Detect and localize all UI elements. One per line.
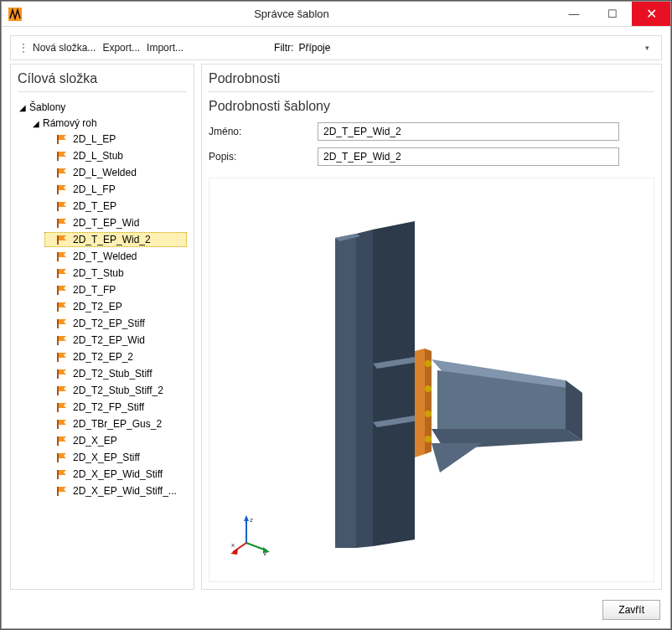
connection-illustration (264, 213, 599, 548)
svg-point-31 (425, 360, 432, 367)
svg-rect-12 (57, 319, 59, 328)
svg-rect-7 (57, 235, 59, 245)
template-tree[interactable]: ◢ Šablony ◢ Rámový roh 2D_L_EP2D_L_Stub2… (18, 99, 187, 582)
flag-icon (56, 134, 68, 144)
tree-item-label: 2D_T_Stub (73, 267, 124, 279)
svg-rect-19 (57, 436, 59, 446)
tree-item-label: 2D_X_EP (73, 435, 117, 447)
tree-item[interactable]: 2D_L_EP (44, 132, 187, 147)
tree-item[interactable]: 2D_T_EP_Wid (44, 215, 187, 230)
name-input[interactable] (318, 122, 619, 141)
tree-item[interactable]: 2D_T_EP (44, 199, 187, 214)
tree-item[interactable]: 2D_T2_EP_Stiff (44, 316, 187, 331)
tree-item[interactable]: 2D_T2_Stub_Stiff_2 (44, 383, 187, 398)
svg-rect-3 (57, 168, 59, 178)
expander-icon[interactable]: ◢ (33, 119, 43, 128)
tree-item[interactable]: 2D_T2_EP (44, 299, 187, 314)
svg-marker-39 (432, 443, 482, 472)
tree-root-label: Šablony (29, 101, 65, 113)
svg-rect-2 (57, 152, 59, 161)
toolbar: ⋮ Nová složka... Export... Import... Fil… (10, 35, 662, 60)
svg-rect-15 (57, 369, 59, 379)
svg-text:z: z (250, 516, 253, 524)
tree-group[interactable]: ◢ Rámový roh (31, 116, 187, 131)
tree-item[interactable]: 2D_TBr_EP_Gus_2 (44, 416, 187, 431)
tree-root[interactable]: ◢ Šablony (18, 100, 187, 115)
axis-gizmo: z y x (230, 514, 271, 558)
svg-point-32 (425, 385, 432, 392)
tree-item[interactable]: 2D_X_EP_Wid_Stiff (44, 467, 187, 482)
minimize-button[interactable]: — (555, 2, 593, 26)
svg-line-46 (233, 543, 246, 552)
tree-item[interactable]: 2D_T_FP (44, 282, 187, 297)
desc-input[interactable] (318, 147, 619, 166)
tree-item-label: 2D_L_FP (73, 183, 116, 195)
tree-item-label: 2D_L_EP (73, 133, 116, 145)
tree-item[interactable]: 2D_T2_EP_Wid (44, 333, 187, 348)
expander-icon[interactable]: ◢ (19, 103, 29, 112)
tree-item-label: 2D_T_Welded (73, 250, 137, 262)
tree-item[interactable]: 2D_T_Stub (44, 266, 187, 281)
tree-item[interactable]: 2D_L_Stub (44, 148, 187, 163)
app-icon (7, 6, 23, 23)
tree-item[interactable]: 2D_L_FP (44, 182, 187, 197)
svg-rect-13 (57, 336, 59, 345)
flag-icon (56, 251, 68, 261)
filter-dropdown[interactable]: Přípoje (298, 42, 407, 54)
flag-icon (56, 168, 68, 178)
export-button[interactable]: Export... (102, 42, 140, 54)
tree-item[interactable]: 2D_X_EP (44, 433, 187, 448)
svg-rect-4 (57, 185, 59, 194)
tree-item-label: 2D_T_FP (73, 284, 116, 296)
tree-item[interactable]: 2D_X_EP_Stiff (44, 450, 187, 465)
tree-item[interactable]: 2D_T2_EP_2 (44, 349, 187, 364)
tree-item[interactable]: 2D_L_Welded (44, 165, 187, 180)
flag-icon (56, 235, 68, 245)
flag-icon (56, 318, 68, 328)
svg-rect-21 (57, 470, 59, 479)
close-dialog-button[interactable]: Zavřít (602, 600, 660, 620)
window-title: Správce šablon (28, 8, 555, 20)
tree-item-label: 2D_T2_EP (73, 301, 122, 312)
tree-item-label: 2D_TBr_EP_Gus_2 (73, 418, 162, 430)
window: Správce šablon — ☐ ✕ ⋮ Nová složka... Ex… (1, 1, 671, 629)
flag-icon (56, 268, 68, 278)
tree-item[interactable]: 2D_X_EP_Wid_Stiff_... (44, 483, 187, 498)
svg-rect-11 (57, 302, 59, 312)
svg-rect-16 (57, 386, 59, 395)
titlebar: Správce šablon — ☐ ✕ (2, 2, 670, 27)
maximize-button[interactable]: ☐ (593, 2, 632, 26)
left-header: Cílová složka (18, 71, 187, 92)
tree-item[interactable]: 2D_T2_Stub_Stiff (44, 366, 187, 381)
toolbar-grip-icon: ⋮ (18, 41, 29, 54)
new-folder-button[interactable]: Nová složka... (33, 42, 96, 54)
flag-icon (56, 151, 68, 161)
chevron-down-icon[interactable]: ▾ (645, 44, 649, 52)
svg-rect-14 (57, 353, 59, 362)
flag-icon (56, 369, 68, 379)
tree-item-label: 2D_T_EP (73, 200, 116, 212)
preview-3d[interactable]: z y x (209, 178, 654, 582)
flag-icon (56, 419, 68, 429)
desc-label: Popis: (209, 151, 318, 163)
svg-rect-18 (57, 420, 59, 429)
svg-marker-23 (373, 221, 415, 546)
tree-item[interactable]: 2D_T2_FP_Stiff (44, 400, 187, 415)
flag-icon (56, 452, 68, 462)
desc-row: Popis: (209, 147, 654, 166)
import-button[interactable]: Import... (147, 42, 184, 54)
tree-item-label: 2D_L_Stub (73, 150, 123, 162)
tree-item[interactable]: 2D_T_EP_Wid_2 (44, 232, 187, 247)
svg-rect-9 (57, 269, 59, 278)
tree-item[interactable]: 2D_T_Welded (44, 249, 187, 264)
svg-marker-47 (230, 549, 238, 555)
footer: Zavřít (2, 595, 670, 628)
svg-marker-25 (335, 234, 356, 548)
flag-icon (56, 285, 68, 295)
svg-rect-8 (57, 252, 59, 261)
tree-item-label: 2D_L_Welded (73, 167, 137, 178)
svg-rect-10 (57, 286, 59, 295)
tree-item-label: 2D_T2_EP_Stiff (73, 318, 145, 329)
close-button[interactable]: ✕ (632, 2, 670, 26)
svg-marker-41 (244, 515, 249, 521)
